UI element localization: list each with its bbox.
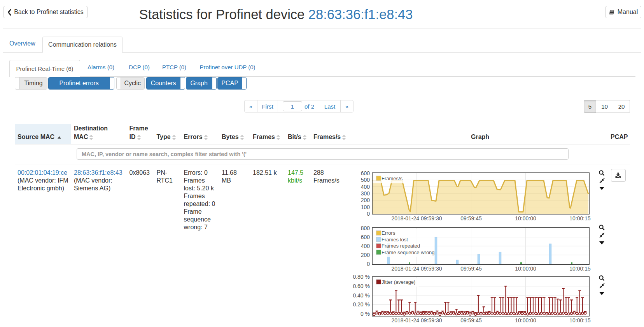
svg-text:2018-01-24 09:59:30: 2018-01-24 09:59:30 bbox=[392, 317, 442, 323]
svg-text:10:00:15: 10:00:15 bbox=[569, 265, 591, 272]
svg-text:0.60 %: 0.60 % bbox=[353, 283, 370, 289]
svg-text:Frame sequence wrong: Frame sequence wrong bbox=[382, 250, 435, 255]
svg-text:10:00:00: 10:00:00 bbox=[515, 317, 536, 323]
svg-text:10:00:15: 10:00:15 bbox=[569, 317, 591, 323]
svg-text:0.40 %: 0.40 % bbox=[353, 292, 370, 299]
svg-text:09:59:45: 09:59:45 bbox=[460, 265, 482, 272]
svg-text:Jitter (average): Jitter (average) bbox=[382, 279, 415, 285]
svg-text:200: 200 bbox=[361, 252, 370, 258]
svg-text:2018-01-24 09:59:30: 2018-01-24 09:59:30 bbox=[392, 265, 442, 272]
svg-text:600: 600 bbox=[361, 170, 370, 176]
svg-text:Frames repeated: Frames repeated bbox=[382, 243, 420, 249]
svg-text:10:00:00: 10:00:00 bbox=[515, 215, 536, 222]
svg-text:0 %: 0 % bbox=[360, 311, 370, 317]
svg-text:300: 300 bbox=[361, 190, 370, 197]
svg-text:400: 400 bbox=[361, 243, 370, 249]
svg-text:Errors: Errors bbox=[382, 230, 396, 236]
svg-text:400: 400 bbox=[361, 184, 370, 190]
svg-text:500: 500 bbox=[361, 177, 370, 183]
svg-text:0.20 %: 0.20 % bbox=[353, 301, 370, 308]
svg-text:0: 0 bbox=[367, 261, 370, 267]
svg-text:800: 800 bbox=[361, 225, 370, 231]
svg-text:09:59:45: 09:59:45 bbox=[460, 317, 482, 323]
svg-text:600: 600 bbox=[361, 234, 370, 240]
svg-text:0: 0 bbox=[367, 211, 370, 217]
svg-text:Frames/s: Frames/s bbox=[382, 176, 403, 181]
svg-text:2018-01-24 09:59:30: 2018-01-24 09:59:30 bbox=[392, 215, 442, 222]
svg-text:09:59:45: 09:59:45 bbox=[460, 215, 482, 222]
svg-text:100: 100 bbox=[361, 204, 370, 210]
svg-text:10:00:15: 10:00:15 bbox=[569, 215, 591, 222]
svg-text:0.80 %: 0.80 % bbox=[353, 274, 370, 280]
svg-text:200: 200 bbox=[361, 197, 370, 203]
svg-text:Frames lost: Frames lost bbox=[382, 237, 408, 243]
svg-text:10:00:00: 10:00:00 bbox=[515, 265, 536, 272]
